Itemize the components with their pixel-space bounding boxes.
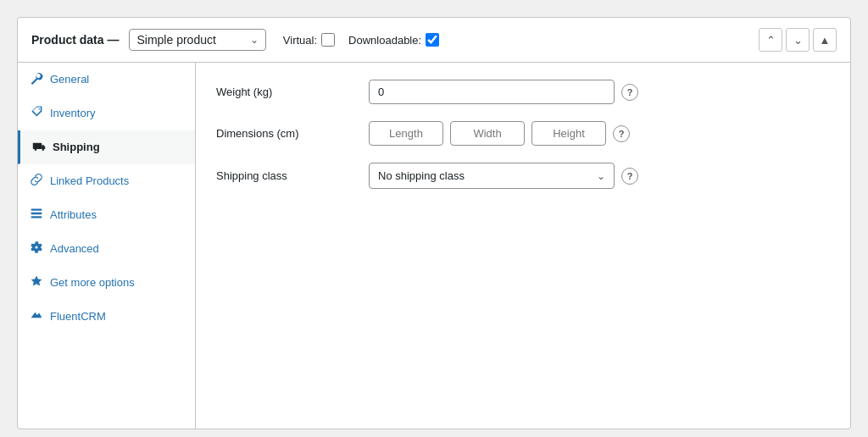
shipping-class-value: No shipping class bbox=[378, 169, 465, 182]
downloadable-label[interactable]: Downloadable: bbox=[348, 33, 439, 47]
shipping-class-row: Shipping class No shipping class ⌄ ? bbox=[216, 163, 830, 189]
collapse-down-button[interactable]: ⌄ bbox=[786, 28, 810, 52]
sidebar-item-linked-products[interactable]: Linked Products bbox=[18, 164, 195, 198]
header-controls: ⌃ ⌄ ▲ bbox=[759, 28, 837, 52]
downloadable-checkbox[interactable] bbox=[426, 33, 439, 47]
sidebar-advanced-label: Advanced bbox=[50, 242, 99, 255]
svg-rect-5 bbox=[31, 216, 42, 218]
chevron-up-icon: ⌃ bbox=[766, 34, 776, 47]
sidebar-general-label: General bbox=[50, 73, 89, 86]
shipping-class-select[interactable]: No shipping class ⌄ bbox=[369, 163, 615, 189]
height-input[interactable] bbox=[531, 121, 606, 146]
dimensions-label: Dimensions (cm) bbox=[216, 127, 369, 140]
shipping-class-input-area: No shipping class ⌄ ? bbox=[369, 163, 830, 189]
shipping-class-label: Shipping class bbox=[216, 169, 369, 182]
product-data-title: Product data — bbox=[31, 33, 119, 47]
width-input[interactable] bbox=[450, 121, 525, 146]
sidebar-attributes-label: Attributes bbox=[50, 208, 97, 221]
product-data-body: General Inventory Shipping Linked Produc… bbox=[18, 63, 850, 429]
sidebar-get-more-options-label: Get more options bbox=[50, 276, 135, 289]
product-data-panel: Product data — Simple product ⌄ Virtual:… bbox=[17, 17, 851, 429]
tag-icon bbox=[30, 105, 43, 121]
sidebar-item-attributes[interactable]: Attributes bbox=[18, 198, 195, 232]
svg-rect-0 bbox=[33, 143, 42, 149]
product-type-chevron-icon: ⌄ bbox=[250, 34, 259, 46]
weight-help-icon[interactable]: ? bbox=[621, 84, 638, 101]
sidebar-item-shipping[interactable]: Shipping bbox=[18, 130, 195, 164]
weight-label: Weight (kg) bbox=[216, 86, 369, 98]
weight-row: Weight (kg) ? bbox=[216, 80, 830, 104]
sidebar-fluentcrm-label: FluentCRM bbox=[50, 310, 106, 323]
fluentcrm-icon bbox=[30, 308, 43, 324]
sidebar-item-advanced[interactable]: Advanced bbox=[18, 232, 195, 266]
sidebar-item-fluentcrm[interactable]: FluentCRM bbox=[18, 300, 195, 334]
virtual-downloadable-area: Virtual: Downloadable: bbox=[283, 33, 439, 47]
sidebar-item-inventory[interactable]: Inventory bbox=[18, 97, 195, 130]
dimensions-row: Dimensions (cm) ? bbox=[216, 121, 830, 146]
chevron-down-icon: ⌄ bbox=[793, 34, 803, 47]
product-data-header: Product data — Simple product ⌄ Virtual:… bbox=[18, 18, 850, 63]
weight-input[interactable] bbox=[369, 80, 615, 104]
gear-icon bbox=[30, 241, 43, 257]
virtual-checkbox[interactable] bbox=[321, 33, 335, 47]
virtual-label[interactable]: Virtual: bbox=[283, 33, 335, 47]
sidebar-shipping-label: Shipping bbox=[53, 141, 100, 153]
svg-rect-4 bbox=[31, 213, 42, 214]
dimensions-help-icon[interactable]: ? bbox=[613, 125, 630, 142]
expand-icon: ▲ bbox=[820, 34, 831, 47]
shipping-class-chevron-icon: ⌄ bbox=[597, 170, 605, 182]
sidebar-inventory-label: Inventory bbox=[50, 107, 95, 119]
weight-input-area: ? bbox=[369, 80, 830, 104]
length-input[interactable] bbox=[369, 121, 443, 146]
sidebar-item-get-more-options[interactable]: Get more options bbox=[18, 266, 195, 300]
star-icon bbox=[30, 274, 43, 290]
sidebar: General Inventory Shipping Linked Produc… bbox=[18, 63, 196, 429]
svg-point-2 bbox=[42, 149, 44, 151]
svg-rect-3 bbox=[31, 208, 42, 210]
collapse-up-button[interactable]: ⌃ bbox=[759, 28, 782, 52]
sidebar-linked-products-label: Linked Products bbox=[50, 174, 129, 187]
svg-point-1 bbox=[35, 149, 36, 151]
list-icon bbox=[30, 207, 43, 223]
dimensions-input-area: ? bbox=[369, 121, 830, 146]
product-type-select[interactable]: Simple product ⌄ bbox=[129, 29, 265, 51]
link-icon bbox=[30, 173, 43, 189]
main-content: Weight (kg) ? Dimensions (cm) ? Shipping bbox=[196, 63, 850, 429]
truck-icon bbox=[32, 139, 46, 155]
expand-button[interactable]: ▲ bbox=[813, 28, 837, 52]
shipping-class-help-icon[interactable]: ? bbox=[621, 168, 638, 185]
product-type-label: Simple product bbox=[136, 33, 215, 47]
wrench-icon bbox=[30, 71, 43, 87]
sidebar-item-general[interactable]: General bbox=[18, 63, 195, 97]
